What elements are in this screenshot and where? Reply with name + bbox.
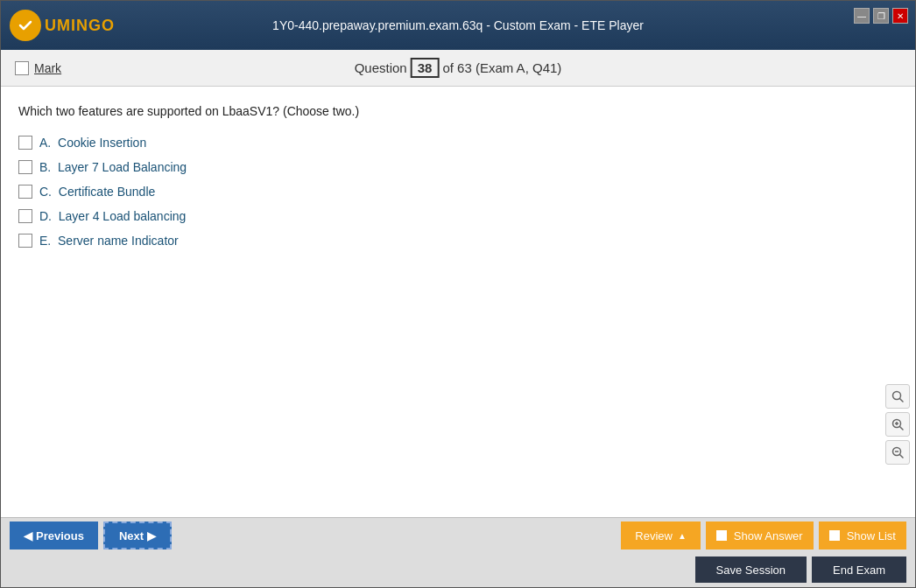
window-title: 1Y0-440.prepaway.premium.exam.63q - Cust…	[272, 18, 644, 32]
option-c[interactable]: C. Certificate Bundle	[18, 185, 898, 199]
review-label: Review	[635, 529, 673, 542]
top-bar: Mark Question 38 of 63 (Exam A, Q41)	[1, 50, 915, 87]
logo-area: UMINGO	[10, 10, 115, 41]
action-row: Save Session End Exam	[1, 553, 915, 586]
question-panel: Which two features are supported on Lbaa…	[1, 87, 915, 517]
minimize-button[interactable]: —	[854, 8, 870, 24]
app-window: UMINGO 1Y0-440.prepaway.premium.exam.63q…	[0, 0, 916, 588]
mark-label[interactable]: Mark	[34, 61, 61, 75]
option-d[interactable]: D. Layer 4 Load balancing	[18, 209, 898, 223]
question-total: of 63 (Exam A, Q41)	[442, 60, 561, 75]
zoom-in-icon[interactable]	[885, 412, 910, 437]
option-b-checkbox[interactable]	[18, 160, 32, 174]
bottom-bar: ◀ Previous Next ▶ Review ▲ Show Answer S…	[1, 517, 915, 587]
question-text: Which two features are supported on Lbaa…	[18, 104, 898, 118]
show-answer-square-icon	[716, 530, 727, 541]
svg-line-8	[900, 455, 904, 458]
option-c-label: C. Certificate Bundle	[39, 185, 155, 199]
save-label: Save Session	[716, 564, 786, 577]
svg-line-2	[900, 399, 904, 402]
question-info: Question 38 of 63 (Exam A, Q41)	[355, 58, 562, 78]
option-b-label: B. Layer 7 Load Balancing	[39, 160, 187, 174]
review-arrow-icon: ▲	[678, 531, 687, 541]
option-a[interactable]: A. Cookie Insertion	[18, 136, 898, 150]
svg-line-4	[900, 427, 904, 430]
show-answer-button[interactable]: Show Answer	[706, 522, 814, 550]
mark-checkbox[interactable]	[15, 61, 29, 75]
option-e-checkbox[interactable]	[18, 234, 32, 248]
question-label: Question	[355, 60, 407, 75]
show-list-label: Show List	[847, 529, 896, 542]
option-d-label: D. Layer 4 Load balancing	[39, 209, 186, 223]
right-icons	[880, 375, 915, 465]
prev-label: Previous	[36, 529, 84, 542]
next-label: Next	[119, 529, 144, 542]
restore-button[interactable]: ❐	[873, 8, 889, 24]
zoom-out-icon[interactable]	[885, 440, 910, 465]
next-arrow-icon: ▶	[147, 529, 156, 542]
end-label: End Exam	[833, 564, 885, 577]
prev-arrow-icon: ◀	[24, 529, 32, 542]
search-icon[interactable]	[885, 384, 910, 409]
option-b[interactable]: B. Layer 7 Load Balancing	[18, 160, 898, 174]
logo-icon	[10, 10, 41, 41]
end-exam-button[interactable]: End Exam	[812, 556, 906, 583]
show-list-button[interactable]: Show List	[819, 522, 906, 550]
next-button[interactable]: Next ▶	[103, 522, 172, 550]
title-bar: UMINGO 1Y0-440.prepaway.premium.exam.63q…	[1, 1, 915, 50]
logo-text: UMINGO	[45, 17, 115, 35]
window-controls: — ❐ ✕	[854, 8, 908, 24]
option-e[interactable]: E. Server name Indicator	[18, 234, 898, 248]
review-button[interactable]: Review ▲	[621, 522, 701, 550]
show-answer-label: Show Answer	[734, 529, 803, 542]
content-area: Which two features are supported on Lbaa…	[1, 87, 915, 517]
close-button[interactable]: ✕	[892, 8, 908, 24]
previous-button[interactable]: ◀ Previous	[10, 522, 98, 550]
option-a-checkbox[interactable]	[18, 136, 32, 150]
option-e-label: E. Server name Indicator	[39, 234, 179, 248]
option-d-checkbox[interactable]	[18, 209, 32, 223]
mark-area: Mark	[15, 61, 61, 75]
question-number: 38	[411, 58, 440, 78]
option-c-checkbox[interactable]	[18, 185, 32, 199]
nav-row: ◀ Previous Next ▶ Review ▲ Show Answer S…	[1, 518, 915, 553]
show-list-square-icon	[829, 530, 840, 541]
option-a-label: A. Cookie Insertion	[39, 136, 146, 150]
save-session-button[interactable]: Save Session	[695, 556, 807, 583]
